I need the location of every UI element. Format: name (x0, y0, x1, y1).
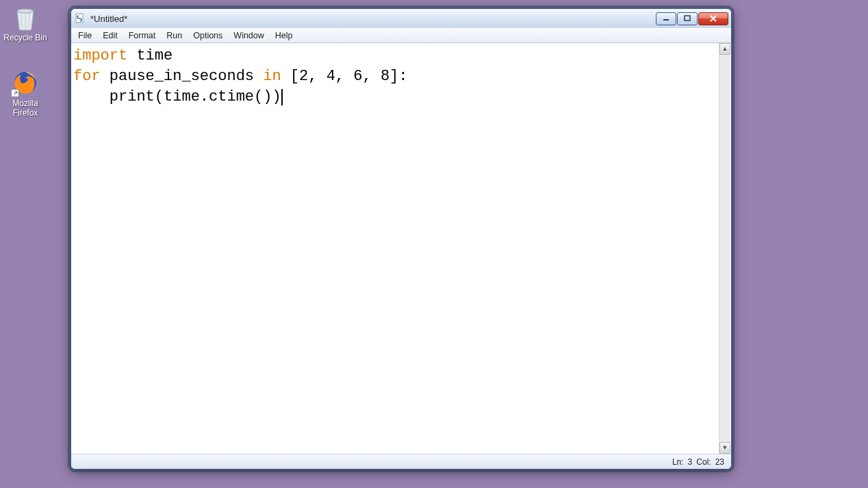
recycle-bin-label: Recycle Bin (1, 33, 49, 42)
menu-window[interactable]: Window (228, 29, 269, 42)
window-controls (656, 12, 728, 25)
menu-options[interactable]: Options (188, 29, 228, 42)
svg-point-6 (78, 16, 79, 17)
status-line-label: Ln: (672, 457, 684, 467)
keyword-in: in (263, 68, 281, 85)
text-cursor (281, 89, 283, 105)
menu-edit[interactable]: Edit (97, 29, 123, 42)
code-text: time (127, 47, 173, 64)
firefox-label: Mozilla Firefox (1, 99, 49, 118)
minimize-button[interactable] (656, 12, 676, 25)
firefox-icon: ↗ (11, 68, 40, 97)
statusbar: Ln: 3 Col: 23 (71, 454, 731, 469)
status-col-value: 23 (715, 457, 724, 467)
menubar: File Edit Format Run Options Window Help (71, 28, 731, 43)
desktop-icon-recycle-bin[interactable]: Recycle Bin (1, 3, 49, 42)
status-col-label: Col: (696, 457, 711, 467)
vertical-scrollbar[interactable]: ▲ ▼ (719, 43, 730, 454)
code-text: print(time.ctime()) (73, 88, 281, 105)
desktop-icon-firefox[interactable]: ↗ Mozilla Firefox (1, 68, 49, 118)
shortcut-overlay-icon: ↗ (11, 89, 19, 97)
idle-editor-window: *Untitled* File Edit Format Run Options … (71, 8, 732, 470)
svg-rect-8 (685, 16, 690, 21)
scroll-down-arrow-icon[interactable]: ▼ (719, 442, 730, 454)
code-text: [2, 4, 6, 8]: (281, 68, 408, 85)
code-content[interactable]: import time for pause_in_seconds in [2, … (72, 43, 719, 454)
scroll-track[interactable] (719, 55, 730, 442)
keyword-import: import (73, 47, 127, 64)
keyword-for: for (73, 68, 101, 85)
menu-file[interactable]: File (73, 29, 97, 42)
menu-format[interactable]: Format (123, 29, 162, 42)
recycle-bin-icon (11, 3, 40, 31)
status-line-value: 3 (688, 457, 693, 467)
svg-point-3 (17, 9, 34, 13)
scroll-up-arrow-icon[interactable]: ▲ (719, 43, 730, 55)
menu-run[interactable]: Run (161, 29, 188, 42)
python-file-icon (75, 13, 86, 24)
maximize-button[interactable] (677, 12, 698, 25)
menu-help[interactable]: Help (270, 29, 298, 42)
editor-area[interactable]: import time for pause_in_seconds in [2, … (71, 43, 731, 454)
close-button[interactable] (698, 12, 728, 25)
titlebar[interactable]: *Untitled* (71, 9, 731, 28)
code-text: pause_in_seconds (101, 68, 264, 85)
window-title: *Untitled* (90, 14, 656, 24)
